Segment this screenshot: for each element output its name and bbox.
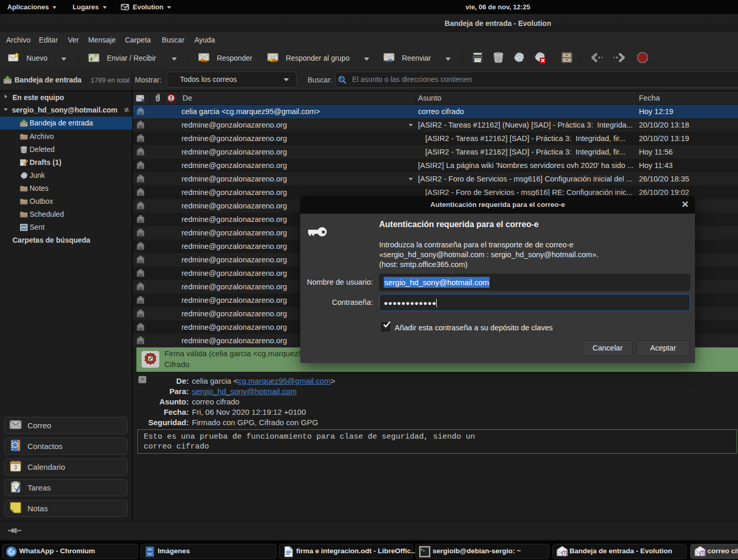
svg-text:3: 3 [14, 465, 17, 470]
